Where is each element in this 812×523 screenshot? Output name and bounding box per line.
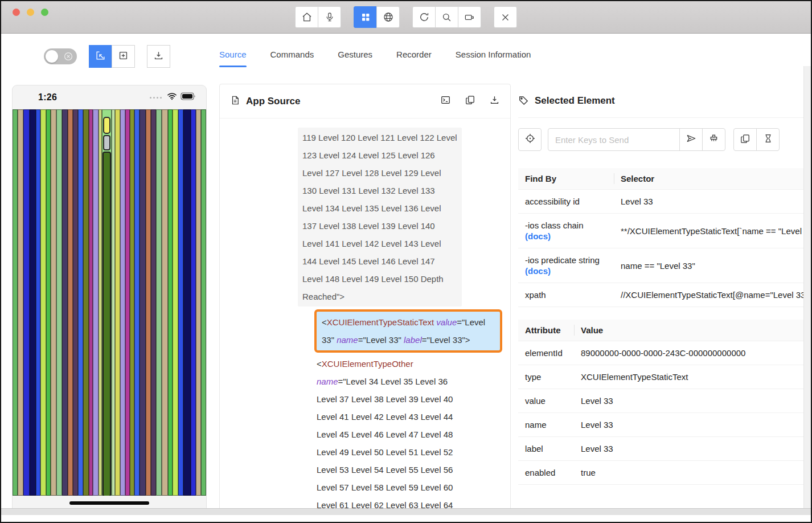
- native-mode-button[interactable]: [354, 6, 377, 28]
- player-gray-block: [103, 135, 110, 150]
- color-stripe: [146, 109, 151, 496]
- send-keys-input[interactable]: [548, 128, 680, 151]
- docs-link[interactable]: (docs): [525, 266, 551, 276]
- tab-gestures[interactable]: Gestures: [338, 50, 372, 67]
- scrollbar-track[interactable]: [803, 66, 811, 508]
- source-sibling-node[interactable]: <XCUIElementTypeOther name="Level 34 Lev…: [317, 355, 464, 512]
- color-stripe: [51, 109, 56, 496]
- phone-screen[interactable]: [13, 109, 206, 496]
- color-stripe: [134, 109, 140, 496]
- send-icon: [686, 133, 697, 146]
- tab-commands[interactable]: Commands: [270, 50, 314, 67]
- color-stripe: [62, 109, 68, 496]
- battery-icon: [181, 92, 196, 103]
- mjpeg-toggle[interactable]: [44, 48, 77, 64]
- attribute-value: 89000000-0000-0000-243C-000000000000: [574, 341, 806, 365]
- home-button[interactable]: [295, 6, 318, 28]
- clear-keys-button[interactable]: [702, 128, 725, 151]
- attribute-row: elementId89000000-0000-0000-243C-0000000…: [518, 341, 806, 365]
- color-stripe: [36, 109, 41, 496]
- search-source-button[interactable]: [440, 95, 451, 108]
- home-indicator: [69, 501, 149, 505]
- search-button[interactable]: [435, 6, 458, 28]
- find-by-selector: **/XCUIElementTypeStaticText[`name == "L…: [614, 214, 806, 248]
- download-source-button[interactable]: [489, 95, 500, 108]
- select-elements-button[interactable]: [89, 45, 112, 68]
- find-by-row: -ios class chain(docs)**/XCUIElementType…: [518, 214, 806, 248]
- device-screenshot[interactable]: 1:26: [13, 85, 206, 514]
- docs-link[interactable]: (docs): [525, 231, 551, 241]
- web-mode-button[interactable]: [376, 6, 400, 28]
- quit-session-button[interactable]: [494, 6, 517, 28]
- source-tree[interactable]: 119 Level 120 Level 121 Level 122 Level …: [220, 119, 510, 512]
- copy-source-button[interactable]: [465, 95, 475, 108]
- locate-element-button[interactable]: [518, 128, 542, 151]
- download-icon: [489, 95, 500, 108]
- copy-icon: [740, 133, 751, 146]
- color-stripe: [130, 109, 134, 496]
- selected-element-panel: Selected Element: [518, 84, 809, 512]
- brush-icon: [708, 133, 719, 146]
- color-stripe: [140, 109, 146, 496]
- color-stripe: [151, 109, 157, 496]
- find-by-strategy: xpath: [518, 283, 614, 307]
- tab-session-information[interactable]: Session Information: [456, 50, 531, 67]
- color-stripe: [162, 109, 168, 496]
- record-button[interactable]: [458, 6, 481, 28]
- source-parent-node-text[interactable]: 119 Level 120 Level 121 Level 122 Level …: [298, 128, 462, 307]
- attribute-row: nameLevel 33: [518, 413, 806, 437]
- color-stripe: [178, 109, 184, 496]
- video-camera-icon: [464, 12, 475, 23]
- refresh-icon: [419, 11, 430, 23]
- wait-for-element-button[interactable]: [756, 128, 780, 151]
- device-statusbar: 1:26: [13, 85, 206, 109]
- tab-source[interactable]: Source: [219, 50, 247, 67]
- source-selected-node[interactable]: <XCUIElementTypeStaticText value="Level …: [314, 309, 502, 353]
- copy-attributes-button[interactable]: [733, 128, 757, 151]
- refresh-button[interactable]: [412, 6, 436, 28]
- color-stripe: [18, 109, 24, 496]
- download-icon: [153, 50, 164, 63]
- color-stripe: [23, 109, 30, 496]
- attribute-value: Level 33: [574, 413, 806, 437]
- color-stripe: [40, 109, 46, 496]
- color-stripe: [156, 109, 162, 496]
- hourglass-icon: [763, 133, 773, 146]
- tab-recorder[interactable]: Recorder: [396, 50, 432, 67]
- app-source-title: App Source: [246, 96, 300, 107]
- app-source-header: App Source: [220, 84, 510, 119]
- attribute-row: enabledtrue: [518, 461, 806, 485]
- swipe-coordinates-button[interactable]: [112, 45, 135, 68]
- find-by-selector: Level 33: [614, 190, 806, 214]
- toggle-off-icon: [63, 51, 73, 64]
- cellular-signal-icon: [150, 97, 162, 99]
- color-stripe: [78, 109, 83, 496]
- plus-box-icon: [118, 50, 129, 63]
- microphone-button[interactable]: [318, 6, 341, 28]
- attribute-value: XCUIElementTypeStaticText: [574, 365, 806, 389]
- attribute-value: Level 33: [574, 437, 806, 461]
- appium-inspector-window: 1:26 SourceCommandsGesturesRecorderSessi…: [0, 0, 812, 523]
- attribute-row: labelLevel 33: [518, 437, 806, 461]
- find-by-header: Find By: [518, 168, 614, 190]
- attribute-row: typeXCUIElementTypeStaticText: [518, 365, 806, 389]
- download-screenshot-button[interactable]: [147, 45, 170, 68]
- color-stripe: [191, 109, 196, 496]
- close-icon: [501, 13, 510, 22]
- selected-element-actions: [518, 128, 809, 151]
- document-icon: [230, 95, 240, 108]
- color-stripe: [115, 109, 121, 496]
- attribute-header: Attribute: [518, 320, 574, 341]
- titlebar-toolbar: [1, 6, 811, 28]
- find-by-strategy: -ios predicate string(docs): [518, 248, 614, 283]
- send-keys-button[interactable]: [679, 128, 703, 151]
- attribute-value: Level 33: [574, 389, 806, 413]
- wifi-icon: [167, 92, 177, 103]
- color-stripe: [168, 109, 173, 496]
- color-stripe: [125, 109, 130, 496]
- color-stripe: [120, 109, 125, 496]
- find-by-row: xpath//XCUIElementTypeStaticText[@name="…: [518, 283, 806, 307]
- window-titlebar: [1, 1, 811, 34]
- tag-icon: [518, 95, 529, 106]
- attribute-name: elementId: [518, 341, 574, 365]
